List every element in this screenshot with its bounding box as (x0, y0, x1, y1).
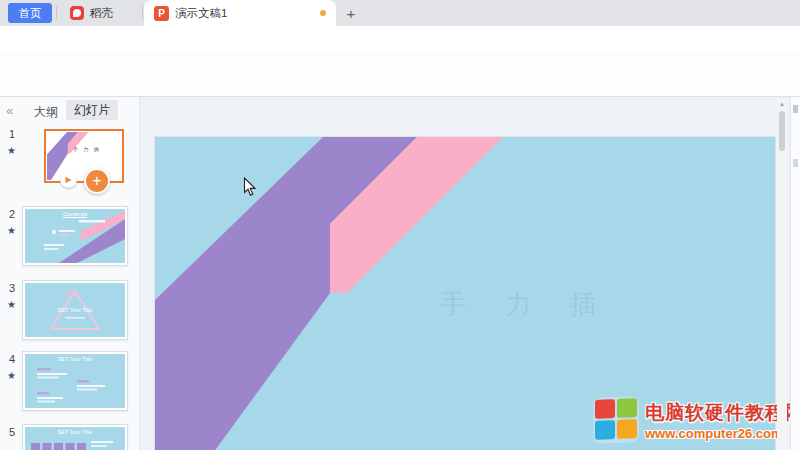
animation-star-icon: ★ (7, 370, 16, 381)
slide-thumbnail-5[interactable]: SET Your Title (22, 424, 128, 450)
slide-number: 5 (9, 426, 15, 438)
docer-tab[interactable]: 稻壳 (60, 0, 123, 26)
slide-number: 2 (9, 208, 15, 220)
play-slide-button[interactable]: ▶ (60, 171, 77, 188)
animation-star-icon: ★ (7, 225, 16, 236)
slide3-thumb-title: SET Your Title (58, 307, 93, 313)
slide4-thumb-title: SET Your Title (58, 356, 93, 362)
faint-slide-text: 手 力 插 (440, 287, 612, 322)
clipped-right-panel (790, 97, 800, 450)
tab-separator (142, 6, 143, 20)
slide2-mini-graphic (25, 209, 125, 263)
play-icon: ▶ (65, 175, 71, 184)
canvas-vertical-scrollbar[interactable]: ▲ (777, 99, 787, 450)
unsaved-indicator-dot (320, 10, 326, 16)
window-tab-bar: 首页 稻壳 P 演示文稿1 + (0, 0, 800, 26)
document-tab[interactable]: P 演示文稿1 (144, 0, 336, 26)
slide5-thumb-title: SET Your Title (58, 429, 93, 435)
docer-icon (70, 6, 84, 20)
watermark: 电脑软硬件教程网 电脑软硬件教程网 www.computer26.com (593, 393, 798, 447)
slide-number: 3 (9, 282, 15, 294)
animation-star-icon: ★ (7, 299, 16, 310)
slide1-mini-graphic (47, 132, 121, 180)
slide-thumbnail-1[interactable]: 手 力 插 (44, 129, 124, 183)
collapse-panel-icon[interactable]: « (6, 103, 13, 118)
tab-separator (56, 6, 57, 20)
mouse-cursor (243, 177, 257, 197)
add-slide-button[interactable]: + (84, 168, 110, 194)
tab-slides[interactable]: 幻灯片 (66, 100, 118, 120)
slide1-thumb-text: 手 力 插 (73, 146, 101, 152)
slide-thumbnail-2[interactable]: Contents (22, 206, 128, 266)
plus-icon: + (92, 172, 101, 190)
slide-thumbnail-panel: « 大纲 幻灯片 1 ★ 手 力 插 ▶ + 2 ★ (0, 97, 140, 450)
slide-thumbnail-4[interactable]: SET Your Title (22, 351, 128, 411)
animation-star-icon: ★ (7, 145, 16, 156)
tab-outline[interactable]: 大纲 (34, 104, 58, 121)
menu-bar: 文件 ▾ 自动保存 ↺ ▾ ↻ ▾ 开始 插入 设计 切换 动画 放映 审阅 视… (0, 26, 800, 52)
slide-number: 1 (9, 128, 15, 140)
home-tab-button[interactable]: 首页 (8, 3, 52, 23)
docer-tab-label: 稻壳 (90, 6, 113, 21)
slide4-mini-graphic (25, 354, 125, 408)
document-tab-title: 演示文稿1 (175, 6, 314, 21)
ribbon-toolbar: 粘贴▾ ✂剪切 复制 格式刷 当页开始▾ 新建幻灯片▾ 版式▾ (0, 52, 800, 97)
slide-thumbnail-3[interactable]: SET Your Title (22, 280, 128, 340)
clipped-panel-icon (793, 159, 798, 167)
watermark-logo-icon (593, 396, 639, 444)
scrollbar-up-arrow-icon[interactable]: ▲ (777, 99, 787, 109)
wps-presentation-icon: P (154, 6, 169, 21)
slide-number: 4 (9, 353, 15, 365)
clipped-panel-icon (793, 105, 798, 113)
scrollbar-thumb[interactable] (779, 111, 785, 151)
wps-presentation-window: 首页 稻壳 P 演示文稿1 + 文件 ▾ 自动保存 ↺ ▾ ↻ ▾ 开始 插入 … (0, 0, 800, 450)
new-tab-button[interactable]: + (340, 3, 362, 23)
slide2-thumb-title: Contents (63, 211, 87, 217)
